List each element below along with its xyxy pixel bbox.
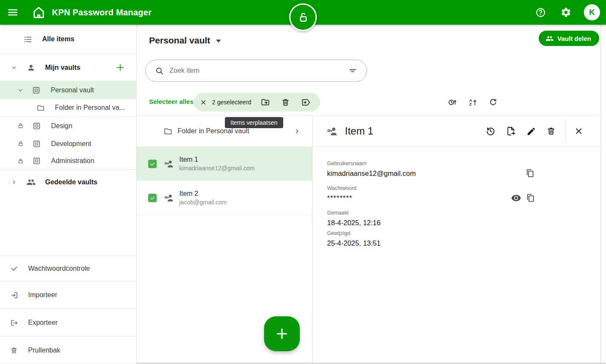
lock-icon: [17, 140, 24, 147]
vault-title-dropdown[interactable]: Personal vault: [149, 35, 221, 46]
sidebar-item-development[interactable]: Development: [0, 135, 136, 152]
field-gewijzigd: Gewijzigd 25-4-2025, 13:51: [327, 230, 381, 247]
sidebar-item-gedeelde-vaults[interactable]: Gedeelde vaults: [0, 170, 136, 195]
sort-alphabetical-icon[interactable]: [468, 97, 478, 107]
selection-toolbar: Selecteer alles 2 geselecteerd: [137, 93, 600, 112]
sidebar-item-label: Importeer: [28, 291, 57, 299]
move-to-folder-icon[interactable]: [261, 97, 270, 107]
chevron-right-icon[interactable]: [11, 179, 17, 186]
field-value: 25-4-2025, 13:51: [327, 239, 381, 247]
delete-selected-icon[interactable]: [281, 98, 290, 107]
sidebar-item-mijn-vaults[interactable]: Mijn vaults: [0, 54, 136, 81]
edit-icon[interactable]: [526, 126, 536, 136]
sidebar-item-wachtwoordcontrole[interactable]: Wachtwoordcontrole: [0, 255, 136, 281]
list-row-folder[interactable]: Folder in Personal vault: [137, 116, 312, 147]
field-wachtwoord: Wachtwoord ********: [327, 185, 356, 202]
item-detail-panel: Item 1 Gebruikersnaam kimadriaanse12@gma…: [313, 116, 600, 364]
chevron-down-icon[interactable]: [17, 87, 24, 94]
sidebar-item-exporteer[interactable]: Exporteer: [0, 309, 136, 337]
list-row-item-2[interactable]: Item 2 jacob@gmail.com: [137, 181, 312, 215]
check-icon: [149, 195, 155, 201]
main-area: Personal vault Vault delen Zoek item Sel…: [137, 25, 600, 364]
refresh-icon[interactable]: [488, 97, 498, 107]
avatar[interactable]: K: [584, 4, 600, 20]
sidebar-item-label: Prullenbak: [28, 347, 60, 354]
person-icon: [27, 63, 35, 72]
checkbox-checked[interactable]: [148, 194, 157, 202]
vault-delen-button[interactable]: Vault delen: [539, 31, 599, 46]
chevron-right-icon[interactable]: [293, 128, 301, 135]
field-label: Gebruikersnaam: [327, 161, 416, 166]
scrollbar-gutter[interactable]: [600, 25, 606, 364]
settings-gear-icon[interactable]: [560, 7, 572, 18]
sidebar-item-label: Folder in Personal va...: [55, 104, 125, 112]
eye-icon[interactable]: [511, 193, 521, 203]
checkbox-checked[interactable]: [148, 160, 157, 168]
export-icon: [10, 319, 18, 327]
add-item-fab[interactable]: [264, 316, 300, 351]
check-icon: [10, 264, 18, 272]
add-label-icon[interactable]: [301, 97, 311, 107]
sidebar: Alle items Mijn vaults Personal vault Fo…: [0, 25, 137, 364]
add-vault-icon[interactable]: [115, 63, 125, 72]
help-icon[interactable]: [535, 7, 546, 18]
search-bar[interactable]: Zoek item: [145, 60, 367, 82]
move-file-icon[interactable]: [506, 126, 516, 136]
select-all-button[interactable]: Selecteer alles: [149, 98, 193, 105]
item-list: Folder in Personal vault Item 1 kimadria…: [137, 116, 313, 364]
selected-count: 2 geselecteerd: [212, 99, 251, 106]
kpn-home-icon[interactable]: [32, 6, 46, 19]
vault-icon: [32, 140, 41, 148]
vault-icon: [32, 157, 41, 165]
sidebar-spacer: [0, 195, 136, 255]
content-region: Folder in Personal vault Item 1 kimadria…: [137, 116, 600, 364]
history-icon[interactable]: [485, 126, 496, 136]
detail-actions: [485, 126, 556, 136]
item-title: Item 2: [179, 190, 227, 198]
close-icon[interactable]: [574, 126, 583, 136]
passkey-icon: [164, 193, 174, 203]
tooltip-items-verplaatsen: Items verplaatsen: [225, 117, 283, 128]
sidebar-item-folder[interactable]: Folder in Personal va...: [0, 99, 136, 117]
passkey-icon: [164, 159, 174, 169]
item-title: Item 1: [179, 156, 255, 163]
lock-icon: [17, 158, 24, 164]
field-value: ********: [327, 194, 356, 202]
delete-icon[interactable]: [546, 126, 556, 136]
hamburger-menu-icon[interactable]: [7, 7, 18, 18]
sidebar-item-importeer[interactable]: Importeer: [0, 281, 136, 309]
sidebar-item-label: Mijn vaults: [45, 64, 80, 72]
copy-icon[interactable]: [525, 168, 535, 178]
selection-pill: 2 geselecteerd: [194, 93, 320, 112]
clear-selection-icon[interactable]: [200, 99, 207, 106]
field-gemaakt: Gemaakt 18-4-2025, 12:16: [327, 210, 381, 227]
search-input[interactable]: Zoek item: [169, 67, 348, 75]
import-icon: [10, 291, 18, 299]
copy-icon[interactable]: [526, 193, 535, 203]
sidebar-item-label: Development: [51, 140, 91, 148]
sidebar-item-prullenbak[interactable]: Prullenbak: [0, 337, 136, 364]
list-row-item-1[interactable]: Item 1 kimadriaanse12@gmail.com: [137, 147, 312, 181]
sidebar-item-label: Administration: [51, 157, 94, 165]
sidebar-item-label: Gedeelde vaults: [45, 178, 98, 186]
chevron-down-icon[interactable]: [11, 64, 17, 71]
sidebar-item-design[interactable]: Design: [0, 117, 136, 135]
sidebar-item-alle-items[interactable]: Alle items: [0, 25, 136, 54]
vault-unlocked-badge[interactable]: [289, 3, 317, 31]
group-icon: [26, 178, 36, 187]
sort-by-date-icon[interactable]: [448, 97, 457, 107]
folder-icon: [37, 104, 45, 112]
vault-icon: [32, 122, 41, 130]
field-gebruikersnaam: Gebruikersnaam kimadriaanse12@gmail.com: [327, 161, 416, 178]
sidebar-item-label: Design: [51, 122, 72, 130]
vault-delen-label: Vault delen: [557, 35, 591, 42]
sidebar-item-administration[interactable]: Administration: [0, 152, 136, 170]
filter-icon[interactable]: [348, 66, 357, 75]
lock-icon: [17, 123, 24, 129]
caret-down-icon: [216, 40, 221, 43]
share-group-icon: [546, 34, 554, 43]
password-actions: [511, 193, 535, 203]
header-divider: [565, 120, 566, 142]
sidebar-item-personal-vault[interactable]: Personal vault: [0, 81, 136, 99]
list-action-icons: [448, 93, 498, 112]
